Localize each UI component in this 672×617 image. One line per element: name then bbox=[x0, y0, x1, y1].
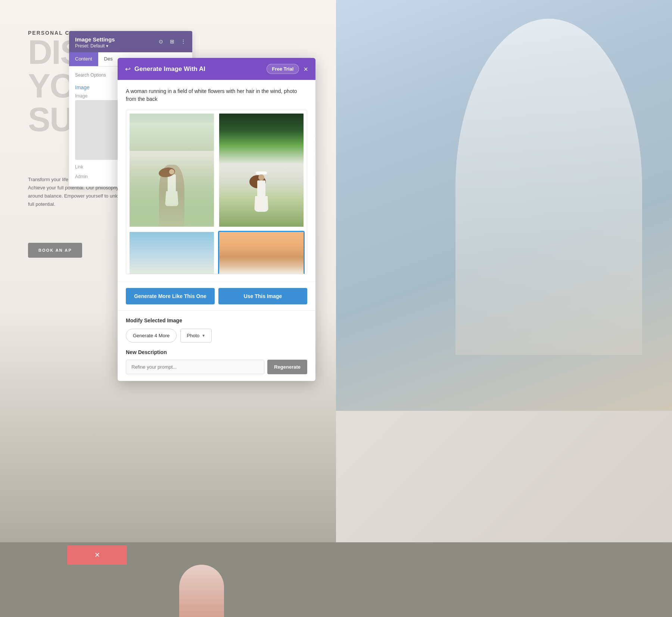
grid-image-inner-3 bbox=[130, 232, 214, 274]
use-image-button[interactable]: Use This Image bbox=[218, 288, 307, 304]
grid-image-3[interactable] bbox=[128, 231, 215, 274]
new-description-title: New Description bbox=[126, 349, 307, 355]
modal-header-right: Free Trial × bbox=[267, 64, 308, 74]
bg-cta-button[interactable]: BOOK AN AP bbox=[28, 243, 82, 258]
bg-bottom-strip: ✕ bbox=[0, 542, 672, 617]
generate-4-button[interactable]: Generate 4 More bbox=[126, 329, 177, 342]
modify-row: Generate 4 More Photo ▼ bbox=[126, 329, 307, 342]
modal-header-left: ↩ Generate Image With AI bbox=[125, 65, 205, 73]
chevron-down-icon: ▼ bbox=[202, 334, 205, 338]
more-icon[interactable]: ⋮ bbox=[180, 38, 187, 45]
desc-input-row: Regenerate bbox=[126, 360, 307, 374]
prompt-refine-input[interactable] bbox=[126, 360, 264, 374]
close-icon[interactable]: × bbox=[304, 65, 308, 73]
grid-image-1[interactable] bbox=[128, 112, 215, 228]
grid-image-inner-4 bbox=[219, 232, 304, 274]
prompt-text: A woman running in a field of white flow… bbox=[126, 87, 307, 103]
free-trial-badge[interactable]: Free Trial bbox=[267, 64, 299, 74]
tab-content[interactable]: Content bbox=[69, 52, 98, 66]
bg-cancel-button[interactable]: ✕ bbox=[67, 545, 127, 565]
generate-more-button[interactable]: Generate More Like This One bbox=[126, 288, 215, 304]
bg-hero-section bbox=[336, 0, 672, 411]
ai-modal: ↩ Generate Image With AI Free Trial × A … bbox=[118, 58, 315, 381]
panel-header: Image Settings Preset: Default ▾ ⊙ ⊞ ⋮ bbox=[69, 31, 192, 52]
grid-image-2[interactable] bbox=[218, 112, 305, 228]
modal-body: A woman running in a field of white flow… bbox=[118, 80, 315, 282]
grid-image-inner-2 bbox=[219, 114, 304, 227]
image-grid bbox=[126, 110, 307, 274]
modal-actions: Generate More Like This One Use This Ima… bbox=[118, 282, 315, 310]
modify-title: Modify Selected Image bbox=[126, 317, 307, 323]
grid-image-inner-1 bbox=[130, 114, 214, 227]
modal-title: Generate Image With AI bbox=[134, 65, 205, 73]
regenerate-button[interactable]: Regenerate bbox=[267, 360, 307, 374]
photo-select-label: Photo bbox=[187, 333, 199, 338]
back-arrow-icon[interactable]: ↩ bbox=[125, 65, 131, 73]
columns-icon[interactable]: ⊞ bbox=[168, 38, 176, 45]
target-icon[interactable]: ⊙ bbox=[157, 38, 165, 45]
grid-image-4[interactable] bbox=[218, 231, 305, 274]
tab-design[interactable]: Des bbox=[98, 52, 119, 66]
bg-hero-figure bbox=[455, 19, 642, 355]
modal-header: ↩ Generate Image With AI Free Trial × bbox=[118, 58, 315, 80]
bg-bottom-image bbox=[179, 565, 224, 617]
panel-header-icons: ⊙ ⊞ ⋮ bbox=[157, 38, 187, 45]
photo-type-select[interactable]: Photo ▼ bbox=[180, 329, 212, 342]
modal-footer: Modify Selected Image Generate 4 More Ph… bbox=[118, 310, 315, 381]
